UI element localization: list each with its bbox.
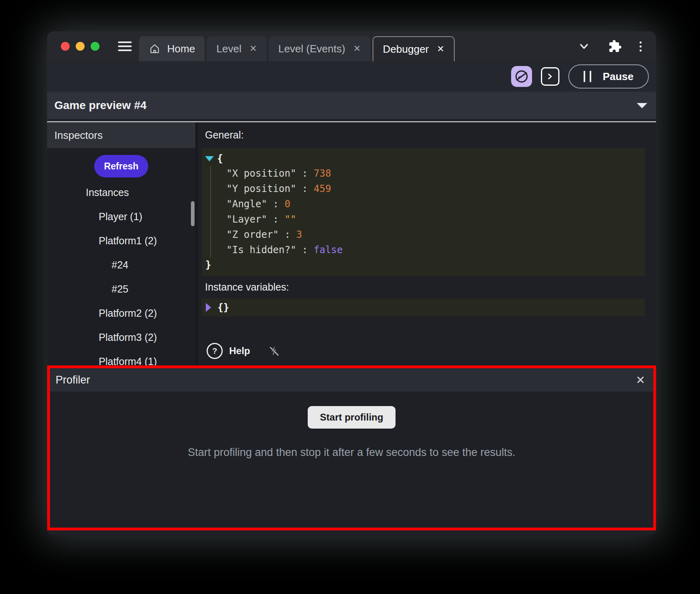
profiler-title: Profiler [56, 374, 90, 386]
chevron-right-icon [546, 72, 555, 81]
pause-label: Pause [603, 70, 634, 83]
tab-level-events[interactable]: Level (Events) ✕ [269, 36, 371, 61]
zoom-window-button[interactable] [91, 42, 99, 51]
close-icon[interactable]: ✕ [437, 44, 444, 54]
help-label[interactable]: Help [229, 345, 250, 357]
tab-strip: Home Level ✕ Level (Events) ✕ Debugger ✕ [139, 31, 455, 61]
instance-variables-view: {} [202, 299, 645, 316]
tree-item[interactable]: Platform3 (2) [47, 325, 195, 349]
start-profiling-button[interactable]: Start profiling [308, 406, 395, 429]
profiler-header: Profiler ✕ [50, 368, 653, 392]
tree-item[interactable]: #24 [47, 253, 195, 277]
tab-label: Debugger [383, 43, 429, 56]
game-preview-title: Game preview #4 [54, 99, 147, 112]
tree-item[interactable]: Platform4 (1) [47, 349, 195, 365]
game-preview-header[interactable]: Game preview #4 [47, 92, 656, 119]
general-label: General: [205, 128, 645, 142]
tree-item[interactable]: Platform1 (2) [47, 229, 195, 253]
instance-variables-label: Instance variables: [205, 280, 645, 294]
pause-button[interactable]: Pause [568, 64, 649, 89]
tree-item[interactable]: Player (1) [47, 204, 195, 229]
window-controls [61, 42, 99, 51]
home-icon [149, 43, 161, 55]
tree-item[interactable]: #25 [47, 277, 195, 301]
instance-variables-value: {} [217, 302, 229, 313]
help-row: ? Help [207, 343, 645, 359]
tree-item[interactable]: Platform2 (2) [47, 301, 195, 325]
general-json-rows: "X position" : 738"Y position" : 459"Ang… [210, 166, 641, 258]
close-icon[interactable]: ✕ [353, 43, 360, 54]
tab-label: Level (Events) [278, 43, 345, 55]
pause-icon [584, 71, 591, 82]
extensions-icon[interactable] [608, 39, 622, 53]
minimize-window-button[interactable] [76, 42, 85, 51]
more-options-icon[interactable] [640, 41, 642, 52]
tree-item[interactable]: Instances [47, 180, 195, 204]
tab-label: Home [167, 43, 195, 55]
tab-home[interactable]: Home [139, 36, 205, 61]
profiler-body: Start profiling Start profiling and then… [50, 392, 653, 459]
json-property-row: "X position" : 738 [226, 166, 641, 181]
close-icon[interactable]: ✕ [636, 373, 645, 387]
console-button[interactable] [541, 67, 559, 86]
profiler-gauge-icon [514, 69, 529, 84]
json-property-row: "Layer" : "" [226, 212, 641, 227]
profiler-description: Start profiling and then stop it after a… [188, 446, 515, 459]
tab-label: Level [216, 43, 241, 55]
open-brace: { [217, 151, 223, 166]
json-property-row: "Is hidden?" : false [226, 242, 641, 258]
screenshot-stage: Home Level ✕ Level (Events) ✕ Debugger ✕ [0, 0, 700, 594]
debugger-toolbar: Pause [47, 61, 656, 92]
chevron-down-icon[interactable] [578, 40, 590, 53]
refresh-button[interactable]: Refresh [94, 155, 148, 177]
close-brace: } [205, 258, 641, 272]
tab-bar: Home Level ✕ Level (Events) ✕ Debugger ✕ [47, 31, 656, 61]
collapse-triangle-icon[interactable] [205, 156, 214, 161]
inspectors-title: Inspectors [47, 122, 195, 148]
instances-tree: InstancesPlayer (1)Platform1 (2)#24#25Pl… [47, 180, 195, 365]
menu-icon[interactable] [118, 41, 132, 51]
profiler-toggle-button[interactable] [511, 66, 532, 87]
help-icon[interactable]: ? [207, 343, 223, 359]
tab-level[interactable]: Level ✕ [207, 36, 267, 61]
profiler-panel: Profiler ✕ Start profiling Start profili… [47, 365, 656, 530]
scrollbar-thumb[interactable] [191, 201, 195, 226]
close-window-button[interactable] [61, 42, 70, 51]
debugger-content: Inspectors Refresh InstancesPlayer (1)Pl… [47, 122, 656, 365]
close-icon[interactable]: ✕ [250, 43, 257, 54]
dropdown-arrow-icon[interactable] [637, 103, 647, 108]
json-property-row: "Z order" : 3 [226, 227, 641, 242]
json-property-row: "Y position" : 459 [226, 181, 641, 196]
expand-triangle-icon[interactable] [206, 303, 211, 312]
general-json-view: { "X position" : 738"Y position" : 459"A… [202, 148, 645, 276]
inspector-detail-panel: General: { "X position" : 738"Y position… [198, 122, 656, 365]
tab-bar-actions [578, 39, 642, 53]
app-window: Home Level ✕ Level (Events) ✕ Debugger ✕ [47, 31, 656, 535]
flash-off-icon[interactable] [268, 345, 280, 357]
tab-debugger[interactable]: Debugger ✕ [373, 36, 455, 61]
inspectors-panel: Inspectors Refresh InstancesPlayer (1)Pl… [47, 122, 195, 365]
json-property-row: "Angle" : 0 [226, 196, 641, 212]
